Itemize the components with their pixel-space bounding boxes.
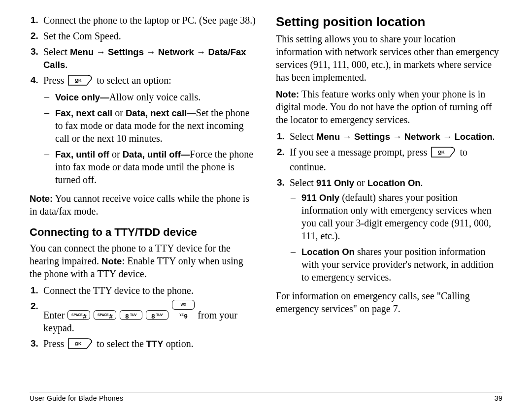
svg-text:K: K — [441, 150, 445, 155]
note-paragraph: Note: This feature works only when your … — [276, 88, 502, 126]
tty-steps: Connect the TTY device to the phone. Ent… — [30, 284, 256, 352]
hash-key-icon: SPACE# — [94, 310, 116, 320]
text: Select — [290, 177, 316, 188]
text: Select — [43, 46, 70, 57]
step: Select 911 Only or Location On. 911 Only… — [277, 176, 502, 286]
option-list: Voice only—Allow only voice calls. Fax, … — [43, 91, 256, 186]
step: If you see a message prompt, press OK to… — [277, 146, 502, 173]
columns: Connect the phone to the laptop or PC. (… — [30, 14, 502, 355]
menu-path: Settings — [354, 131, 390, 142]
position-heading: Setting position location — [276, 14, 502, 31]
note-label: Note: — [30, 193, 53, 204]
closing-paragraph: For information on emergency calls, see … — [276, 289, 502, 315]
svg-text:K: K — [78, 341, 82, 346]
step-text: Select 911 Only or Location On. 911 Only… — [290, 176, 502, 286]
footer-left: User Guide for Blade Phones — [30, 394, 123, 402]
opt-name: Location On — [301, 247, 355, 257]
position-intro: This setting allows you to share your lo… — [276, 32, 502, 84]
svg-text:O: O — [438, 150, 441, 155]
menu-path: Network — [404, 131, 440, 142]
text: . — [65, 59, 67, 70]
eight-key-icon: 8 TUV — [120, 310, 142, 320]
text: or — [354, 177, 367, 188]
step: Select Menu → Settings → Network → Data/… — [31, 45, 256, 71]
text: Enter — [43, 310, 67, 320]
opt-name: Fax, next call — [55, 108, 112, 118]
step: Connect the phone to the laptop or PC. (… — [31, 14, 256, 27]
arrow: → — [390, 131, 404, 142]
text: . — [493, 131, 495, 142]
step: Select Menu → Settings → Network → Locat… — [277, 130, 502, 143]
menu-path: Menu — [316, 131, 340, 142]
arrow: → — [144, 47, 158, 57]
svg-text:O: O — [75, 341, 78, 346]
text: to select an option: — [94, 75, 171, 86]
list-item: Location On shares your position informa… — [291, 245, 502, 284]
note-paragraph: Note: You cannot receive voice calls whi… — [30, 192, 256, 218]
step-text: Connect the phone to the laptop or PC. (… — [43, 14, 256, 27]
ok-key-icon: OK — [68, 75, 93, 89]
menu-path: Network — [158, 47, 194, 57]
list-item: Fax, next call or Data, next call—Set th… — [44, 106, 256, 145]
step-text: If you see a message prompt, press OK to… — [290, 146, 502, 173]
note-label: Note: — [101, 256, 125, 266]
opt-name: Voice only— — [55, 92, 109, 102]
step: Enter SPACE# SPACE# 8 TUV 8 TUV WXYZ9 fr… — [31, 300, 256, 334]
arrow: → — [440, 131, 455, 142]
item-body: 911 Only (default) shares your position … — [301, 191, 502, 242]
note-text: You cannot receive voice calls while the… — [30, 193, 249, 217]
text: Select — [290, 131, 316, 142]
ok-key-icon: OK — [431, 147, 456, 160]
menu-path: Settings — [108, 47, 144, 57]
arrow: → — [340, 131, 354, 142]
text: Press — [43, 75, 66, 86]
text: option. — [164, 338, 194, 349]
svg-text:O: O — [75, 78, 78, 83]
tty-heading: Connecting to a TTY/TDD device — [30, 225, 256, 240]
option: 911 Only — [316, 178, 354, 188]
list-item: Voice only—Allow only voice calls. — [44, 91, 256, 103]
opt-desc: Allow only voice calls. — [109, 92, 201, 102]
svg-text:K: K — [78, 78, 82, 83]
step: Press OK to select an option: Voice only… — [31, 74, 256, 189]
datafax-steps: Connect the phone to the laptop or PC. (… — [30, 14, 256, 189]
position-steps: Select Menu → Settings → Network → Locat… — [276, 130, 502, 286]
tty-intro: You can connect the phone to a TTY devic… — [30, 242, 256, 280]
nine-key-icon: WXYZ9 — [172, 300, 195, 310]
page-number: 39 — [495, 394, 502, 402]
opt-name: Fax, until off — [55, 149, 109, 159]
step: Connect the TTY device to the phone. — [31, 284, 256, 297]
text: Press — [43, 338, 66, 349]
list-item: 911 Only (default) shares your position … — [291, 191, 502, 242]
step: Set the Com Speed. — [31, 30, 256, 42]
text: or — [109, 149, 123, 159]
page: Connect the phone to the laptop or PC. (… — [0, 0, 532, 413]
hash-key-icon: SPACE# — [67, 310, 90, 320]
option: Location On — [367, 178, 421, 188]
left-column: Connect the phone to the laptop or PC. (… — [30, 14, 256, 355]
step: Press OK to select the TTY option. — [31, 337, 256, 352]
item-body: Location On shares your position informa… — [301, 245, 502, 284]
step-text: Connect the TTY device to the phone. — [43, 284, 256, 297]
step-text: Press OK to select an option: Voice only… — [43, 74, 256, 189]
step-text: Select Menu → Settings → Network → Data/… — [43, 45, 256, 71]
opt-name: Data, next call— — [126, 108, 196, 118]
note-label: Note: — [276, 89, 299, 99]
tty-option: TTY — [146, 339, 164, 349]
note-text: This feature works only when your phone … — [276, 89, 492, 125]
opt-name: 911 Only — [301, 192, 339, 203]
list-item: Fax, until off or Data, until off—Force … — [44, 148, 256, 186]
item-body: Fax, next call or Data, next call—Set th… — [55, 106, 256, 145]
arrow: → — [94, 47, 108, 57]
step-text: Select Menu → Settings → Network → Locat… — [290, 130, 502, 143]
page-footer: User Guide for Blade Phones 39 — [30, 392, 502, 402]
ok-key-icon: OK — [68, 338, 93, 352]
opt-name: Data, until off— — [123, 149, 190, 159]
item-body: Voice only—Allow only voice calls. — [55, 91, 256, 103]
step-text: Press OK to select the TTY option. — [43, 337, 256, 352]
item-body: Fax, until off or Data, until off—Force … — [55, 148, 256, 186]
option-list: 911 Only (default) shares your position … — [290, 191, 502, 284]
eight-key-icon: 8 TUV — [146, 310, 168, 320]
step-text: Set the Com Speed. — [43, 30, 256, 42]
text: If you see a message prompt, press — [290, 147, 430, 158]
